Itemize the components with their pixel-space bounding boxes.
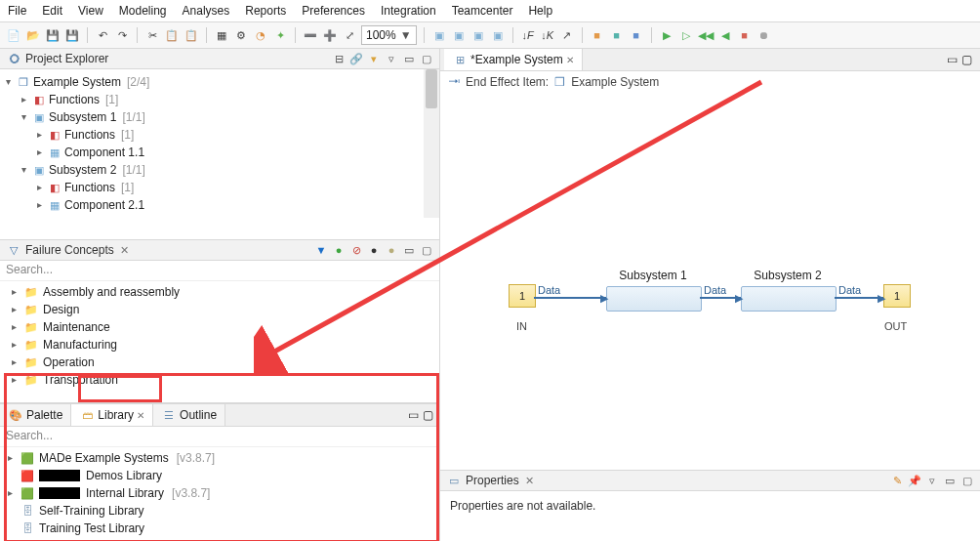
tb-spark-icon[interactable]: ✦ — [272, 27, 288, 43]
tb-zoomin-icon[interactable]: ➕ — [322, 27, 338, 43]
tb-skip-icon[interactable]: ◀ — [717, 27, 733, 43]
tb-paste-icon[interactable]: 📋 — [184, 27, 199, 43]
tb-square-teal-icon[interactable]: ■ — [609, 27, 625, 43]
expand-icon[interactable]: ▸ — [33, 196, 45, 214]
fc-item[interactable]: ▸📁Assembly and reassembly — [4, 283, 435, 301]
menu-analyses[interactable]: Analyses — [183, 4, 230, 18]
minimize-icon[interactable]: ▭ — [943, 53, 961, 66]
tree-item-subsystem2[interactable]: ▾ ▣ Subsystem 2 [1/1] — [2, 161, 435, 179]
tree-item-functions[interactable]: ▸ ◧ Functions [1] — [2, 179, 435, 196]
lib-item[interactable]: 🗄 Training Test Library — [4, 520, 435, 537]
expand-icon[interactable]: ▸ — [18, 91, 29, 108]
menu-teamcenter[interactable]: Teamcenter — [452, 4, 513, 18]
tb-undo-icon[interactable]: ↶ — [95, 27, 110, 43]
maximize-icon[interactable]: ▢ — [420, 52, 433, 65]
link-editor-icon[interactable]: 🔗 — [349, 52, 363, 65]
tb-stop-icon[interactable]: ■ — [737, 27, 753, 43]
breadcrumb-value[interactable]: Example System — [571, 75, 659, 89]
tree-item-functions[interactable]: ▸ ◧ Functions [1] — [2, 91, 435, 108]
tb-rewind-icon[interactable]: ◀◀ — [698, 27, 714, 43]
tb-gear-icon[interactable]: ⚙ — [233, 27, 249, 43]
tb-save-icon[interactable]: 💾 — [45, 27, 61, 43]
close-icon[interactable]: ✕ — [566, 55, 574, 65]
close-icon[interactable]: ✕ — [120, 244, 129, 257]
tab-outline[interactable]: ☰ Outline — [153, 404, 225, 426]
fc-item[interactable]: ▸📁Maintenance — [4, 318, 435, 336]
tb-iF-icon[interactable]: ↓F — [520, 27, 536, 43]
minimize-icon[interactable]: ▭ — [402, 243, 416, 257]
scrollbar[interactable] — [424, 69, 439, 218]
node-subsystem1[interactable] — [606, 286, 702, 312]
minimize-icon[interactable]: ▭ — [404, 408, 423, 422]
tb-fit-icon[interactable]: ⤢ — [342, 27, 357, 43]
tb-record-icon[interactable]: ⏺ — [756, 27, 772, 43]
tb-square-orange-icon[interactable]: ■ — [590, 27, 605, 43]
menu-preferences[interactable]: Preferences — [302, 4, 365, 18]
tb-play-icon[interactable]: ▶ — [659, 27, 674, 43]
diagram-canvas[interactable]: 1 IN Subsystem 1 Subsystem 2 1 OUT Data … — [440, 93, 980, 470]
editor-tab[interactable]: ⊞ *Example System ✕ — [444, 48, 583, 70]
collapse-icon[interactable]: ▾ — [18, 108, 29, 126]
tb-cube-icon[interactable]: ▣ — [431, 27, 447, 43]
menu-edit[interactable]: Edit — [42, 4, 62, 18]
close-icon[interactable]: ✕ — [525, 475, 534, 487]
in-port[interactable]: 1 — [509, 284, 536, 308]
tree-item-component11[interactable]: ▸ ▦ Component 1.1 — [2, 144, 435, 161]
view-menu-icon[interactable]: ▿ — [925, 474, 939, 487]
tb-copy-icon[interactable]: 📋 — [164, 27, 180, 43]
tb-cube3-icon[interactable]: ▣ — [470, 27, 486, 43]
maximize-icon[interactable]: ▢ — [423, 408, 439, 422]
tree-item-component21[interactable]: ▸ ▦ Component 2.1 — [2, 196, 435, 214]
out-port[interactable]: 1 — [883, 284, 911, 308]
fc-item[interactable]: ▸📁Operation — [4, 354, 435, 371]
search-input[interactable]: Search... — [6, 263, 53, 276]
tb-iK-icon[interactable]: ↓K — [540, 27, 555, 43]
tb-cube4-icon[interactable]: ▣ — [490, 27, 506, 43]
expand-icon[interactable]: ▸ — [33, 144, 45, 161]
tb-cut-icon[interactable]: ✂ — [144, 27, 160, 43]
library-search-input[interactable]: Search... — [6, 429, 53, 442]
view-menu-icon[interactable]: ▿ — [385, 52, 398, 65]
node-subsystem2[interactable] — [741, 286, 837, 312]
menu-integration[interactable]: Integration — [381, 4, 436, 18]
tb-redo-icon[interactable]: ↷ — [114, 27, 130, 43]
menu-file[interactable]: File — [8, 4, 26, 18]
lib-item[interactable]: 🗄 Self-Training Library — [4, 502, 435, 520]
expand-icon[interactable]: ▸ — [33, 126, 45, 144]
lib-item[interactable]: 🟥 Demos Library — [4, 467, 435, 484]
tree-item-subsystem1[interactable]: ▾ ▣ Subsystem 1 [1/1] — [2, 108, 435, 126]
maximize-icon[interactable]: ▢ — [960, 474, 974, 487]
fc-item[interactable]: ▸📁Transportation — [4, 371, 435, 389]
expand-icon[interactable]: ▸ — [33, 179, 45, 196]
edit-icon[interactable]: ✎ — [890, 474, 904, 487]
menu-view[interactable]: View — [78, 4, 103, 18]
tab-palette[interactable]: 🎨 Palette — [0, 404, 71, 426]
zoom-select[interactable]: 100% ▼ — [361, 25, 417, 45]
tb-saveall-icon[interactable]: 💾 — [64, 27, 80, 43]
menu-modeling[interactable]: Modeling — [119, 4, 167, 18]
minimize-icon[interactable]: ▭ — [943, 474, 957, 487]
tab-library[interactable]: 🗃 Library ✕ — [71, 403, 153, 426]
tb-play2-icon[interactable]: ▷ — [678, 27, 694, 43]
scrollbar-thumb[interactable] — [426, 69, 437, 108]
tb-box-icon[interactable]: ▦ — [214, 27, 229, 43]
collapse-icon[interactable]: ▾ — [2, 73, 14, 91]
lib-item[interactable]: ▸ 🟩 Internal Library [v3.8.7] — [4, 484, 435, 502]
tb-new-icon[interactable]: 📄 — [6, 27, 21, 43]
tree-item-functions[interactable]: ▸ ◧ Functions [1] — [2, 126, 435, 144]
collapse-all-icon[interactable]: ⊟ — [332, 52, 346, 65]
red-no-entry-icon[interactable]: ⊘ — [349, 243, 363, 257]
pin-icon[interactable]: 📌 — [908, 474, 921, 487]
menu-reports[interactable]: Reports — [245, 4, 286, 18]
green-circle-icon[interactable]: ● — [332, 243, 346, 257]
tree-root[interactable]: ▾ ❒ Example System [2/4] — [2, 73, 435, 91]
maximize-icon[interactable]: ▢ — [420, 243, 433, 257]
black-circle-icon[interactable]: ● — [367, 243, 381, 257]
fc-item[interactable]: ▸📁Manufacturing — [4, 336, 435, 354]
minimize-icon[interactable]: ▭ — [402, 52, 416, 65]
lib-item[interactable]: ▸ 🟩 MADe Example Systems [v3.8.7] — [4, 449, 435, 467]
maximize-icon[interactable]: ▢ — [961, 53, 980, 66]
blue-triangle-icon[interactable]: ▼ — [314, 243, 328, 257]
tb-open-icon[interactable]: 📂 — [25, 27, 41, 43]
tb-chart-icon[interactable]: ◔ — [253, 27, 268, 43]
